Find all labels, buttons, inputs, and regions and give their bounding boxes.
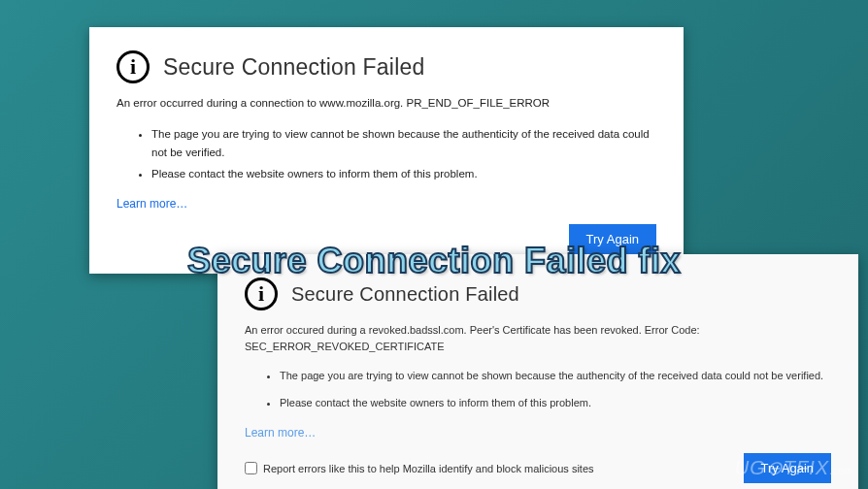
- dialog-title: Secure Connection Failed: [291, 283, 519, 306]
- error-detail-item: Please contact the website owners to inf…: [280, 395, 831, 412]
- error-detail-item: The page you are trying to view cannot b…: [151, 125, 656, 161]
- dialog-title: Secure Connection Failed: [163, 54, 424, 81]
- error-message: An error occured during a revoked.badssl…: [245, 322, 831, 354]
- report-errors-label: Report errors like this to help Mozilla …: [263, 463, 594, 474]
- dialog-header: i Secure Connection Failed: [117, 50, 656, 83]
- dialog-header: i Secure Connection Failed: [245, 277, 831, 310]
- info-icon: i: [245, 277, 278, 310]
- report-errors-checkbox[interactable]: [245, 462, 257, 474]
- overlay-caption: Secure Connection Failed fix: [187, 241, 681, 281]
- error-dialog-2: i Secure Connection Failed An error occu…: [217, 254, 858, 489]
- error-code: SEC_ERROR_REVOKED_CERTIFICATE: [245, 341, 445, 352]
- error-message: An error occurred during a connection to…: [117, 95, 656, 112]
- watermark: UG⊖TFIX.com: [735, 456, 852, 479]
- error-details-list: The page you are trying to view cannot b…: [245, 368, 831, 411]
- error-line: An error occured during a revoked.badssl…: [245, 324, 700, 336]
- watermark-text: UG⊖TFIX: [735, 457, 829, 478]
- report-errors-row[interactable]: Report errors like this to help Mozilla …: [245, 462, 594, 474]
- learn-more-link[interactable]: Learn more…: [245, 426, 316, 440]
- error-detail-item: The page you are trying to view cannot b…: [280, 368, 831, 385]
- error-details-list: The page you are trying to view cannot b…: [117, 125, 656, 182]
- info-icon: i: [117, 50, 150, 83]
- learn-more-link[interactable]: Learn more…: [117, 197, 187, 211]
- error-detail-item: Please contact the website owners to inf…: [151, 165, 656, 182]
- error-dialog-1: i Secure Connection Failed An error occu…: [89, 27, 684, 274]
- watermark-suffix: .com: [829, 465, 852, 476]
